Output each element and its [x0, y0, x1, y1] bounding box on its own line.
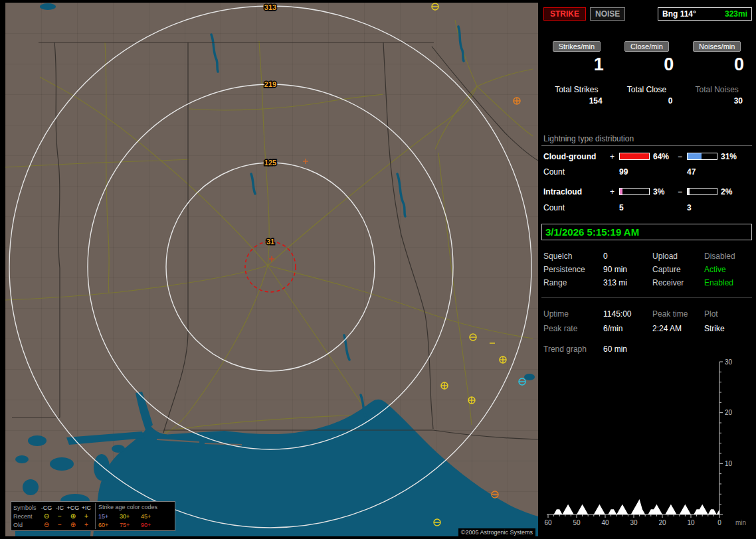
plot-value: Strike	[704, 321, 752, 336]
total-noises-value: 30	[682, 96, 752, 106]
range-value: 313 mi	[603, 276, 652, 289]
capture-status: Active	[704, 263, 752, 276]
trend-graph-window: 60 min	[603, 343, 652, 355]
age-code-75: 75+	[120, 522, 141, 528]
mode-row: STRIKE NOISE Bng 114° 323mi	[541, 7, 752, 21]
bearing-value: Bng 114°	[662, 9, 696, 19]
legend-type-ic-minus: -IC	[53, 504, 66, 511]
legend-type-cg-plus: +CG	[66, 504, 80, 511]
cg-minus-pct: 31%	[719, 152, 752, 161]
noise-button[interactable]: NOISE	[590, 7, 625, 21]
age-code-60: 60+	[98, 522, 120, 528]
receiver-status: Enabled	[704, 276, 752, 289]
age-code-30: 30+	[120, 513, 141, 520]
settings-grid: Squelch 0 Upload Disabled Persistence 90…	[541, 250, 752, 289]
strike-button[interactable]: STRIKE	[543, 7, 586, 21]
svg-text:50: 50	[573, 519, 581, 526]
plus-sign: +	[610, 152, 619, 161]
strike-symbol-plus-cg	[468, 397, 475, 404]
bearing-range: 323mi	[725, 9, 747, 19]
trend-label-row: Trend graph 60 min	[541, 343, 752, 355]
close-per-min-chip[interactable]: Close/min	[624, 41, 669, 52]
minus-sign: −	[678, 187, 687, 196]
ic-count-label: Count	[543, 203, 610, 212]
cg-plus-count: 99	[619, 167, 651, 177]
upload-status: Disabled	[704, 250, 752, 263]
total-strikes-value: 154	[541, 96, 612, 106]
ring-label-313: 313	[264, 3, 276, 11]
svg-text:30: 30	[725, 358, 733, 366]
trend-graph-label: Trend graph	[543, 343, 603, 355]
total-close-value: 0	[612, 96, 682, 106]
legend-recent-label: Recent	[13, 513, 40, 520]
cloud-ground-count-row: Count 99 47	[541, 167, 752, 177]
cg-minus-count: 47	[687, 167, 719, 177]
persistence-value: 90 min	[603, 263, 652, 276]
svg-text:20: 20	[725, 409, 733, 416]
legend-age-header: Strike age color codes	[98, 503, 173, 512]
cg-plus-recent-icon: ⊕	[66, 513, 80, 520]
receiver-label: Receiver	[652, 276, 704, 289]
ring-label-31: 31	[266, 238, 274, 246]
legend-type-cg-minus: -CG	[40, 504, 53, 511]
cloud-ground-label: Cloud-ground	[543, 152, 610, 161]
peak-rate-label: Peak rate	[543, 321, 603, 336]
svg-text:20: 20	[658, 519, 666, 526]
ic-minus-bar	[687, 188, 717, 195]
close-per-min-value: 0	[612, 55, 682, 74]
ic-plus-pct: 3%	[651, 187, 678, 196]
totals-labels-row: Total Strikes Total Close Total Noises	[541, 85, 752, 95]
strikes-per-min-value: 1	[541, 55, 612, 74]
strike-symbol-plus-cg	[500, 356, 506, 363]
peak-time-label: Peak time	[652, 307, 704, 321]
legend-age-section: Strike age color codes 15+ 30+ 45+ 60+ 7…	[95, 503, 173, 529]
rate-values-row: 1 0 0	[541, 55, 752, 74]
svg-text:30: 30	[630, 519, 638, 526]
datetime-display: 3/1/2026 5:15:19 AM	[541, 224, 752, 240]
map-legend: Symbols -CG -IC +CG +IC Recent ⊖ − ⊕ + O…	[11, 501, 175, 531]
cg-minus-recent-icon: ⊖	[40, 513, 53, 520]
divider	[541, 297, 752, 298]
range-label: Range	[543, 276, 603, 289]
cloud-ground-row: Cloud-ground + 64% − 31%	[541, 151, 752, 161]
uptime-label: Uptime	[543, 307, 603, 321]
intracloud-label: Intracloud	[543, 187, 610, 196]
age-code-90: 90+	[141, 522, 162, 528]
ic-plus-count: 5	[619, 203, 651, 212]
total-strikes-label: Total Strikes	[541, 85, 612, 95]
strike-symbol-plus-cg	[514, 98, 520, 104]
ic-minus-recent-icon: −	[53, 513, 66, 520]
cg-plus-old-icon: ⊕	[66, 522, 80, 528]
strikes-per-min-chip[interactable]: Strikes/min	[553, 41, 601, 52]
distribution-header: Lightning type distribution	[541, 134, 752, 146]
cg-minus-old-icon: ⊖	[40, 522, 53, 528]
svg-text:0: 0	[717, 519, 721, 526]
peak-rate-value: 6/min	[603, 321, 652, 336]
cg-minus-bar	[687, 153, 717, 160]
ic-plus-old-icon: +	[80, 522, 93, 528]
plot-label: Plot	[704, 307, 752, 321]
plus-sign: +	[610, 187, 619, 196]
legend-symbols-header: Symbols	[13, 504, 40, 511]
trend-chart: 6050403020100min102030	[541, 356, 752, 528]
legend-symbols-section: Symbols -CG -IC +CG +IC Recent ⊖ − ⊕ + O…	[13, 503, 93, 529]
svg-text:min: min	[735, 519, 746, 526]
uptime-value: 1145:00	[603, 307, 652, 321]
peak-time-value: 2:24 AM	[652, 321, 704, 336]
ring-label-219: 219	[264, 80, 276, 88]
svg-text:40: 40	[601, 519, 609, 526]
age-code-45: 45+	[141, 513, 162, 520]
noises-per-min-chip[interactable]: Noises/min	[693, 41, 741, 52]
noises-per-min-value: 0	[682, 55, 752, 74]
status-panel: STRIKE NOISE Bng 114° 323mi Strikes/min …	[541, 0, 752, 528]
persistence-label: Persistence	[543, 263, 603, 276]
ic-minus-old-icon: −	[53, 522, 66, 528]
strike-map[interactable]: 313 219 125 31	[5, 3, 538, 536]
cg-count-label: Count	[543, 167, 610, 177]
age-code-15: 15+	[98, 513, 120, 520]
squelch-value: 0	[603, 250, 652, 263]
minus-sign: −	[678, 152, 687, 161]
legend-type-ic-plus: +IC	[80, 504, 93, 511]
legend-old-label: Old	[13, 522, 40, 528]
ic-plus-bar	[619, 188, 650, 195]
